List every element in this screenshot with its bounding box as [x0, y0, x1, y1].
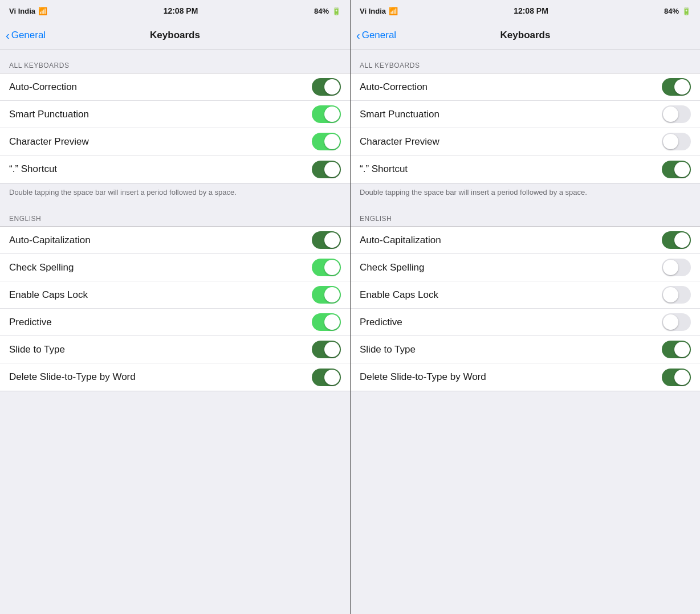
settings-row[interactable]: Enable Caps Lock [351, 281, 700, 309]
section-header-all-keyboards: ALL KEYBOARDS [0, 50, 350, 73]
phone-panel-left: Vi India📶12:08 PM84%🔋‹GeneralKeyboardsAL… [0, 0, 350, 614]
row-label: Character Preview [360, 136, 439, 148]
toggle-knob [663, 134, 678, 149]
row-label: Character Preview [9, 136, 89, 148]
settings-row[interactable]: “.” Shortcut [351, 155, 700, 183]
section-header-english: ENGLISH [351, 203, 700, 226]
toggle-knob [324, 232, 340, 248]
row-label: “.” Shortcut [360, 163, 408, 175]
settings-row[interactable]: Enable Caps Lock [0, 281, 350, 309]
row-label: Predictive [9, 317, 52, 328]
status-time: 12:08 PM [514, 6, 548, 15]
row-label: Enable Caps Lock [360, 289, 438, 301]
settings-row[interactable]: Smart Punctuation [0, 101, 350, 128]
toggle-knob [324, 134, 340, 149]
row-label: Auto-Correction [9, 81, 77, 93]
settings-row[interactable]: Auto-Correction [0, 73, 350, 101]
toggle-switch[interactable] [312, 133, 341, 150]
settings-row[interactable]: Predictive [0, 309, 350, 336]
row-label: “.” Shortcut [9, 163, 57, 175]
settings-row[interactable]: “.” Shortcut [0, 155, 350, 183]
toggle-switch[interactable] [662, 133, 691, 150]
battery-icon: 🔋 [332, 7, 341, 15]
status-left: Vi India📶 [9, 7, 47, 15]
back-label: General [11, 30, 46, 41]
toggle-knob [674, 79, 690, 95]
settings-row[interactable]: Smart Punctuation [351, 101, 700, 128]
toggle-knob [674, 162, 690, 177]
toggle-switch[interactable] [662, 161, 691, 178]
back-label: General [362, 30, 396, 41]
toggle-knob [324, 370, 340, 385]
battery-percent: 84% [664, 7, 679, 15]
toggle-knob [324, 162, 340, 177]
toggle-switch[interactable] [662, 341, 691, 358]
back-chevron-icon: ‹ [356, 30, 360, 41]
toggle-switch[interactable] [662, 259, 691, 276]
row-label: Smart Punctuation [360, 109, 439, 120]
toggle-switch[interactable] [312, 78, 341, 96]
toggle-switch[interactable] [662, 78, 691, 96]
nav-back-button[interactable]: ‹General [6, 30, 46, 41]
toggle-knob [324, 287, 340, 302]
settings-group-all-keyboards: Auto-CorrectionSmart PunctuationCharacte… [351, 73, 700, 183]
wifi-icon: 📶 [38, 7, 47, 15]
row-label: Auto-Capitalization [360, 235, 441, 246]
toggle-switch[interactable] [312, 369, 341, 386]
shortcut-description: Double tapping the space bar will insert… [351, 183, 700, 203]
settings-group-english: Auto-CapitalizationCheck SpellingEnable … [0, 226, 350, 391]
toggle-switch[interactable] [312, 105, 341, 123]
settings-row[interactable]: Character Preview [0, 128, 350, 155]
nav-bar: ‹GeneralKeyboards [351, 21, 700, 50]
toggle-knob [674, 342, 690, 357]
toggle-switch[interactable] [312, 259, 341, 276]
toggle-knob [324, 314, 340, 330]
settings-row[interactable]: Check Spelling [0, 254, 350, 281]
settings-row[interactable]: Delete Slide-to-Type by Word [0, 363, 350, 391]
settings-row[interactable]: Auto-Capitalization [351, 227, 700, 254]
nav-bar: ‹GeneralKeyboards [0, 21, 350, 50]
section-header-all-keyboards: ALL KEYBOARDS [351, 50, 700, 73]
row-label: Check Spelling [9, 262, 74, 273]
toggle-knob [663, 314, 678, 330]
settings-row[interactable]: Predictive [351, 309, 700, 336]
status-time: 12:08 PM [164, 6, 198, 15]
row-label: Delete Slide-to-Type by Word [360, 371, 486, 383]
settings-row[interactable]: Slide to Type [351, 336, 700, 363]
carrier-text: Vi India [360, 7, 386, 15]
nav-back-button[interactable]: ‹General [356, 30, 396, 41]
row-label: Predictive [360, 317, 402, 328]
row-label: Auto-Capitalization [9, 235, 91, 246]
status-left: Vi India📶 [360, 7, 398, 15]
toggle-switch[interactable] [662, 105, 691, 123]
row-label: Slide to Type [360, 344, 416, 355]
row-label: Auto-Correction [360, 81, 428, 93]
toggle-knob [663, 260, 678, 275]
settings-row[interactable]: Auto-Capitalization [0, 227, 350, 254]
settings-row[interactable]: Character Preview [351, 128, 700, 155]
settings-content: ALL KEYBOARDSAuto-CorrectionSmart Punctu… [351, 50, 700, 614]
toggle-switch[interactable] [662, 231, 691, 249]
toggle-knob [324, 79, 340, 95]
row-label: Enable Caps Lock [9, 289, 88, 301]
toggle-switch[interactable] [312, 341, 341, 358]
carrier-text: Vi India [9, 7, 35, 15]
page-title: Keyboards [150, 30, 200, 41]
toggle-switch[interactable] [662, 313, 691, 331]
settings-group-all-keyboards: Auto-CorrectionSmart PunctuationCharacte… [0, 73, 350, 183]
toggle-switch[interactable] [662, 369, 691, 386]
toggle-switch[interactable] [312, 313, 341, 331]
toggle-switch[interactable] [312, 286, 341, 304]
battery-icon: 🔋 [682, 7, 691, 15]
settings-row[interactable]: Delete Slide-to-Type by Word [351, 363, 700, 391]
status-bar: Vi India📶12:08 PM84%🔋 [0, 0, 350, 21]
settings-row[interactable]: Check Spelling [351, 254, 700, 281]
settings-row[interactable]: Auto-Correction [351, 73, 700, 101]
toggle-switch[interactable] [662, 286, 691, 304]
toggle-knob [324, 107, 340, 122]
settings-row[interactable]: Slide to Type [0, 336, 350, 363]
toggle-knob [663, 287, 678, 302]
toggle-switch[interactable] [312, 231, 341, 249]
toggle-switch[interactable] [312, 161, 341, 178]
row-label: Check Spelling [360, 262, 424, 273]
